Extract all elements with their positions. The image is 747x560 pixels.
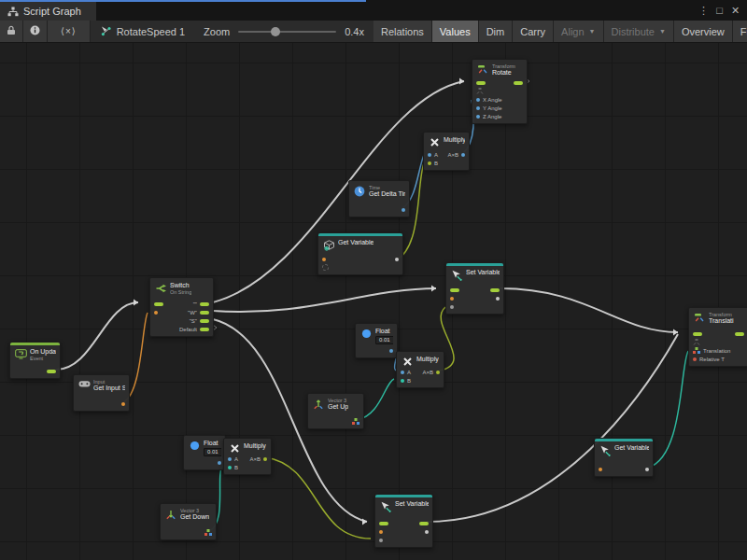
value-port[interactable]: [425, 530, 429, 534]
port-label: A×B: [447, 152, 458, 158]
toolbar-button-distribute[interactable]: Distribute▼: [604, 21, 674, 42]
value-port[interactable]: [395, 258, 399, 261]
value-port[interactable]: [476, 115, 480, 119]
zoom-to-fit-button[interactable]: ⟨×⟩: [48, 21, 91, 42]
connection-wire[interactable]: [56, 302, 138, 370]
node-rotate[interactable]: TransformRotateX AngleY AngleZ Angle: [472, 59, 528, 124]
node-header: TimeGet Delta Time: [349, 181, 409, 199]
node-get-down[interactable]: Vector 3Get Down: [160, 503, 217, 540]
value-port[interactable]: [450, 305, 454, 309]
value-port[interactable]: [263, 457, 267, 461]
lock-button[interactable]: [0, 21, 23, 42]
flow-port[interactable]: [514, 81, 523, 85]
node-subtitle: On String: [170, 289, 191, 295]
maximize-icon[interactable]: □: [712, 0, 727, 21]
node-float-bottom[interactable]: Float0.01: [183, 435, 226, 470]
flow-port[interactable]: [200, 328, 209, 331]
connection-wire[interactable]: [500, 288, 678, 332]
kebab-menu-icon[interactable]: ⋮: [696, 0, 712, 21]
node-set-variable-bottom[interactable]: Set Variable: [374, 494, 433, 548]
vector3-port[interactable]: [352, 418, 359, 425]
transform-port[interactable]: [693, 339, 700, 345]
flow-port[interactable]: [476, 81, 486, 85]
node-multiply-bottom[interactable]: MultiplyAA×BB: [223, 438, 272, 475]
value-port[interactable]: [645, 468, 649, 471]
node-value-field[interactable]: 0.01: [204, 448, 221, 456]
toolbar-button-dim[interactable]: Dim: [479, 21, 514, 42]
node-get-up[interactable]: Vector 3Get Up: [307, 393, 364, 429]
node-title: Get Input Strin: [93, 385, 125, 392]
node-multiply-mid[interactable]: MultiplyAA×BB: [396, 351, 444, 388]
close-icon[interactable]: ✕: [727, 0, 743, 21]
toolbar-button-align[interactable]: Align▼: [554, 21, 603, 42]
value-port[interactable]: [476, 106, 480, 110]
flow-port[interactable]: [735, 332, 744, 336]
value-port[interactable]: [436, 371, 440, 374]
node-switch-on-string[interactable]: SwitchOn String"""W""S"Default: [149, 277, 214, 337]
value-port[interactable]: [693, 357, 697, 361]
value-port[interactable]: [476, 98, 480, 102]
toolbar-button-relations[interactable]: Relations: [374, 21, 432, 42]
flow-port[interactable]: [490, 288, 500, 292]
value-port[interactable]: [322, 258, 326, 261]
value-port[interactable]: [402, 208, 405, 212]
unconnected-port[interactable]: [322, 264, 329, 271]
toolbar-button-full-screen[interactable]: Full Screen: [733, 21, 747, 42]
inspect-button[interactable]: [23, 21, 48, 42]
flow-port[interactable]: [450, 288, 459, 292]
value-port[interactable]: [599, 468, 602, 471]
flow-port[interactable]: [693, 332, 702, 336]
graph-reference[interactable]: RotateSpeed 1: [91, 21, 194, 42]
node-get-input-string[interactable]: InputGet Input Strin: [73, 374, 130, 412]
flow-port[interactable]: [200, 302, 209, 306]
flow-port[interactable]: [200, 319, 209, 323]
node-header-text: Multiply: [244, 442, 266, 450]
value-port[interactable]: [401, 371, 404, 374]
value-port[interactable]: [228, 457, 232, 461]
value-port[interactable]: [401, 379, 404, 383]
value-port[interactable]: [154, 311, 158, 315]
value-port[interactable]: [228, 466, 232, 469]
value-port[interactable]: [428, 153, 431, 157]
connection-wire[interactable]: [265, 457, 371, 539]
value-port[interactable]: [218, 461, 221, 465]
connection-wire[interactable]: [213, 288, 436, 312]
flow-port[interactable]: [419, 522, 429, 525]
port-row: [375, 519, 432, 527]
zoom-slider-handle[interactable]: [271, 27, 280, 36]
value-port[interactable]: [389, 349, 393, 353]
value-port[interactable]: [450, 297, 454, 301]
flow-port[interactable]: [379, 522, 388, 525]
node-float-mid[interactable]: Float0.01: [355, 323, 398, 358]
toolbar-button-values[interactable]: Values: [432, 21, 479, 42]
flow-port[interactable]: [200, 311, 209, 315]
value-port[interactable]: [496, 297, 500, 301]
toolbar-right-group: RelationsValuesDimCarryAlign▼Distribute▼…: [374, 21, 747, 42]
value-port[interactable]: [121, 402, 125, 406]
node-get-delta-time[interactable]: TimeGet Delta Time: [348, 180, 410, 217]
node-title: Multiply: [444, 136, 465, 144]
toolbar-button-carry[interactable]: Carry: [513, 21, 554, 42]
zoom-slider[interactable]: [238, 31, 336, 33]
value-port[interactable]: [379, 530, 383, 534]
node-multiply-top[interactable]: MultiplyAA×BB: [423, 132, 470, 171]
node-set-variable-mid[interactable]: Set Variable: [445, 262, 504, 315]
flow-port[interactable]: [47, 370, 56, 373]
value-port[interactable]: [461, 153, 465, 157]
transform-port[interactable]: [476, 88, 484, 94]
node-translate[interactable]: TransformTranslatiTranslationRelative T: [688, 307, 747, 367]
graph-canvas[interactable]: TransformRotateX AngleY AngleZ AngleMult…: [0, 43, 747, 560]
toolbar-button-overview[interactable]: Overview: [674, 21, 733, 42]
value-port[interactable]: [379, 539, 383, 542]
node-get-variable-top[interactable]: Get Variable: [317, 232, 403, 275]
node-get-variable-bottom[interactable]: Get Variable: [594, 438, 654, 477]
node-on-update[interactable]: On UpdateEvent: [9, 342, 61, 379]
vector3-port[interactable]: [204, 529, 212, 536]
value-port[interactable]: [428, 161, 431, 165]
tab-script-graph[interactable]: Script Graph: [0, 0, 96, 21]
flow-port[interactable]: [154, 302, 163, 306]
node-value-field[interactable]: 0.01: [375, 336, 393, 344]
connection-wire[interactable]: [427, 334, 678, 522]
connection-wire[interactable]: [648, 351, 688, 468]
vector3-port[interactable]: [693, 347, 700, 354]
